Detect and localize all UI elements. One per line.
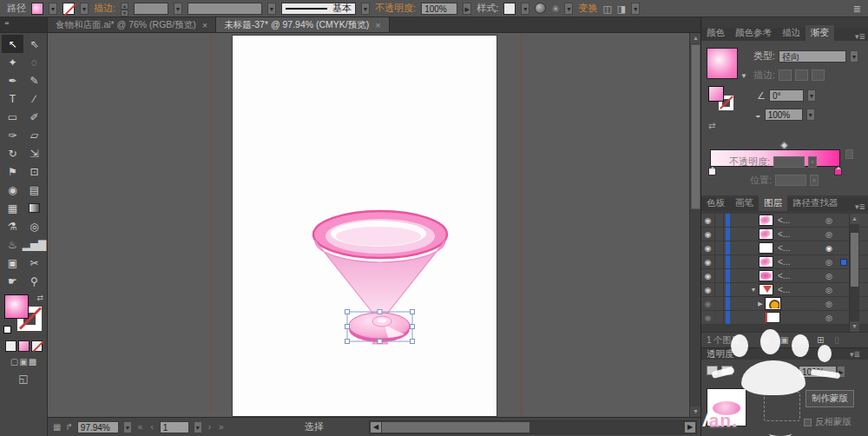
select-similar-arrow-icon[interactable]: ▼ — [564, 3, 573, 15]
gradient-stop-left[interactable] — [708, 168, 716, 175]
slice-tool[interactable]: ✂ — [23, 254, 45, 272]
eyedropper-tool[interactable]: ⚗ — [2, 217, 23, 235]
target-circle-icon[interactable]: ◎ — [825, 314, 832, 322]
selection-tool[interactable]: ↖ — [2, 35, 23, 53]
stroke-gradient-within-icon[interactable] — [779, 69, 792, 81]
style-swatch[interactable] — [503, 3, 516, 15]
vertical-scroll-thumb[interactable] — [691, 44, 700, 209]
layer-thumbnail[interactable] — [759, 256, 773, 268]
artboard-number-field[interactable]: 1 — [160, 421, 189, 433]
gradient-midpoint-handle[interactable] — [780, 142, 789, 150]
gradient-tab-颜色[interactable]: 颜色 — [701, 25, 730, 41]
layer-row-4[interactable]: ◉<...◎ — [701, 255, 868, 269]
lock-column[interactable] — [715, 269, 724, 282]
gradient-preset-arrow-icon[interactable]: ▼ — [740, 72, 747, 80]
drawing-mode-2-button[interactable]: ▣ — [19, 357, 27, 367]
layers-scroll-down-icon[interactable]: ▼ — [850, 321, 859, 332]
hand-tool[interactable]: ☛ — [2, 272, 23, 290]
layers-tab-路径查找器[interactable]: 路径查找器 — [787, 195, 844, 211]
free-transform-tool[interactable]: ⊡ — [23, 162, 45, 181]
transparency-opacity-arrow-icon[interactable]: ▶ — [837, 366, 845, 378]
layer-thumbnail[interactable] — [759, 242, 773, 254]
stroke-weight-label[interactable]: 描边: — [94, 2, 115, 15]
opacity-arrow-icon[interactable]: ▶ — [463, 3, 471, 15]
control-panel-menu-icon[interactable]: ≣ — [853, 1, 861, 17]
layers-scroll-up-icon[interactable]: ▲ — [850, 214, 859, 224]
invert-mask-checkbox[interactable]: 反相蒙版 — [804, 416, 852, 428]
blob-brush-tool[interactable]: ✑ — [2, 126, 23, 144]
layer-thumbnail[interactable] — [759, 215, 773, 226]
lock-column[interactable] — [715, 297, 724, 310]
target-circle-icon[interactable]: ◎ — [825, 230, 832, 239]
eraser-tool[interactable]: ▱ — [23, 126, 45, 144]
stroke-gradient-along-icon[interactable] — [795, 69, 808, 81]
color-button[interactable] — [5, 340, 16, 352]
transparency-opacity-field[interactable]: 100% — [799, 366, 837, 378]
drawing-mode-1-button[interactable]: ▢ — [10, 357, 18, 367]
expand-arrow-icon[interactable]: ▶ — [755, 301, 766, 307]
layer-thumbnail[interactable] — [759, 270, 773, 281]
tab-close-icon[interactable]: × — [202, 20, 207, 30]
target-circle-icon[interactable]: ◎ — [825, 258, 832, 267]
layer-thumbnail[interactable] — [766, 312, 780, 323]
layers-tab-画笔[interactable]: 画笔 — [730, 195, 759, 211]
first-artboard-button[interactable]: « — [136, 422, 145, 432]
horizontal-scrollbar[interactable]: ◀ ▶ — [369, 420, 697, 434]
gradient-tab-颜色参考[interactable]: 颜色参考 — [730, 25, 777, 41]
lasso-tool[interactable]: ◌ — [23, 53, 45, 71]
layer-row-8[interactable]: ◉◎ — [701, 311, 868, 325]
gradient-aspect-field[interactable]: 100% — [765, 109, 803, 121]
stroke-gradient-across-icon[interactable] — [812, 69, 825, 81]
martini-glass-artwork[interactable] — [286, 191, 477, 356]
pencil-tool[interactable]: ✎ — [23, 71, 45, 89]
distribute-icon[interactable]: ◨ — [617, 1, 626, 17]
target-circle-icon[interactable]: ◉ — [825, 244, 832, 253]
toolbar-collapse-icon[interactable]: ❝ — [0, 17, 48, 32]
scroll-right-icon[interactable]: ▶ — [685, 422, 695, 433]
default-fill-stroke-icon[interactable] — [3, 326, 11, 334]
last-artboard-button[interactable]: » — [217, 422, 226, 432]
layers-tab-色板[interactable]: 色板 — [701, 195, 730, 211]
artboard-tool[interactable]: ▣ — [2, 254, 23, 272]
scroll-up-icon[interactable]: ▲ — [690, 33, 700, 43]
transform-link[interactable]: 变换 — [578, 2, 597, 15]
visibility-eye-icon[interactable]: ◉ — [701, 297, 715, 310]
visibility-eye-icon[interactable]: ◉ — [701, 269, 715, 282]
stroke-weight-arrow-icon[interactable]: ▼ — [174, 3, 182, 15]
gradient-button[interactable] — [18, 340, 30, 352]
shape-builder-tool[interactable]: ◉ — [2, 181, 23, 199]
expand-arrow-icon[interactable]: ▼ — [748, 287, 759, 293]
visibility-eye-icon[interactable]: ◉ — [701, 228, 715, 241]
clipping-mask-icon[interactable]: ▣ — [780, 335, 788, 345]
gradient-stop-right[interactable] — [834, 168, 842, 175]
gradient-fill-stroke-indicator[interactable] — [708, 86, 738, 114]
artboard-number-arrow-icon[interactable]: ▼ — [194, 421, 202, 433]
select-similar-icon[interactable]: ✳ — [551, 1, 559, 17]
scroll-left-icon[interactable]: ◀ — [371, 422, 381, 433]
width-tool[interactable]: ⚑ — [2, 162, 23, 181]
width-profile-dropdown[interactable] — [187, 3, 262, 15]
gradient-angle-field[interactable]: 0° — [769, 89, 804, 102]
style-arrow-icon[interactable]: ▼ — [521, 3, 529, 15]
blend-mode-icon-2[interactable] — [721, 366, 733, 375]
opacity-label[interactable]: 不透明度: — [375, 2, 416, 15]
distribute-arrow-icon[interactable]: ▼ — [631, 3, 640, 15]
target-circle-icon[interactable]: ◎ — [825, 286, 832, 294]
stroke-color-swatch[interactable] — [62, 3, 75, 15]
lock-column[interactable] — [715, 241, 724, 254]
next-artboard-button[interactable]: › — [207, 422, 213, 432]
visibility-eye-icon[interactable]: ◉ — [701, 283, 715, 296]
document-tab-2[interactable]: 未标题-37* @ 97.94% (CMYK/预览)× — [216, 17, 389, 32]
new-layer-icon[interactable]: ⊞ — [817, 335, 824, 345]
lock-column[interactable] — [715, 283, 724, 296]
gradient-preview-swatch[interactable] — [707, 48, 738, 79]
width-profile-arrow-icon[interactable]: ▼ — [267, 3, 276, 15]
direct-selection-tool[interactable]: ⇖ — [23, 35, 45, 53]
paintbrush-tool[interactable]: ✐ — [23, 108, 45, 126]
status-share-icon[interactable]: ↱ — [65, 422, 72, 432]
layer-thumbnail[interactable] — [759, 228, 773, 240]
reverse-gradient-icon[interactable]: ⇄ — [708, 121, 715, 130]
lock-column[interactable] — [715, 228, 724, 241]
gradient-type-arrow-icon[interactable]: ▼ — [850, 50, 858, 63]
mesh-tool[interactable]: ▦ — [2, 199, 23, 217]
